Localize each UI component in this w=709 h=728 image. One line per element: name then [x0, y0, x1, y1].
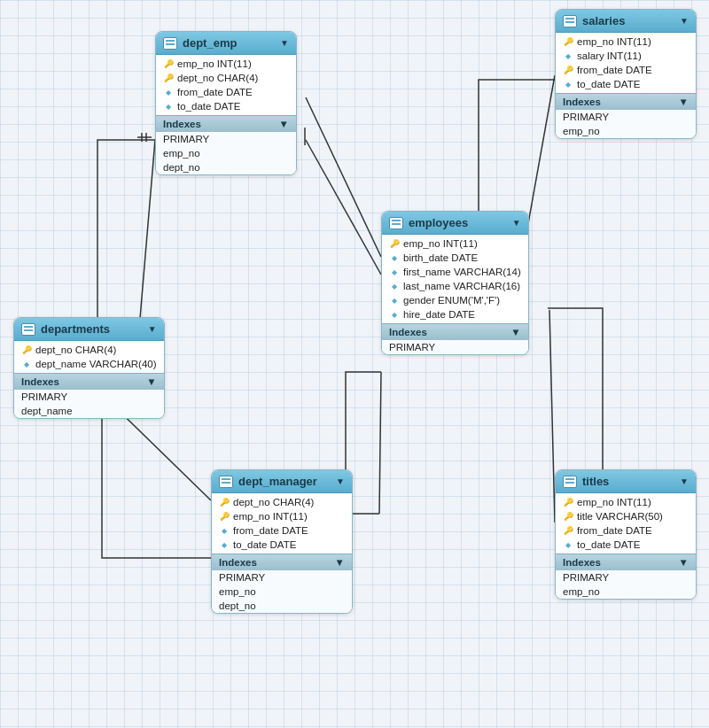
- field-text: to_date DATE: [577, 79, 640, 89]
- field-text: to_date DATE: [577, 539, 640, 550]
- dropdown-arrow[interactable]: ▼: [680, 16, 689, 26]
- table-title: dept_emp: [183, 36, 237, 50]
- table-header-dept_emp[interactable]: dept_emp ▼: [156, 32, 296, 55]
- indexes-label: Indexes: [163, 119, 201, 129]
- field-row: ◆dept_name VARCHAR(40): [14, 357, 164, 371]
- key-icon: 🔑: [563, 511, 573, 522]
- field-row: 🔑title VARCHAR(50): [556, 509, 696, 523]
- table-header-titles[interactable]: titles ▼: [556, 470, 696, 493]
- index-row: dept_no: [212, 599, 352, 613]
- table-header-departments[interactable]: departments ▼: [14, 318, 164, 341]
- table-fields-dept_emp: 🔑emp_no INT(11)🔑dept_no CHAR(4)◆from_dat…: [156, 55, 296, 115]
- index-row: emp_no: [156, 146, 296, 160]
- field-row: 🔑emp_no INT(11): [382, 236, 528, 251]
- index-row: PRIMARY: [556, 570, 696, 585]
- field-row: ◆gender ENUM('M','F'): [382, 293, 528, 307]
- index-row: PRIMARY: [212, 570, 352, 585]
- table-fields-titles: 🔑emp_no INT(11)🔑title VARCHAR(50)🔑from_d…: [556, 493, 696, 554]
- indexes-label: Indexes: [389, 327, 427, 337]
- field-text: dept_name VARCHAR(40): [35, 359, 157, 369]
- fk-icon: 🔑: [163, 58, 174, 69]
- table-dept_emp: dept_emp ▼ 🔑emp_no INT(11)🔑dept_no CHAR(…: [155, 31, 297, 175]
- indexes-header-titles[interactable]: Indexes ▼: [556, 554, 696, 570]
- diamond-icon: ◆: [389, 267, 400, 277]
- dropdown-arrow[interactable]: ▼: [280, 38, 289, 48]
- table-fields-salaries: 🔑emp_no INT(11)◆salary INT(11)🔑from_date…: [556, 33, 696, 93]
- table-salaries: salaries ▼ 🔑emp_no INT(11)◆salary INT(11…: [555, 9, 697, 139]
- table-icon: [21, 323, 35, 336]
- field-row: 🔑emp_no INT(11): [156, 57, 296, 71]
- table-title: dept_manager: [238, 475, 317, 488]
- key-icon: 🔑: [21, 345, 32, 355]
- field-text: emp_no INT(11): [403, 238, 478, 249]
- indexes-label: Indexes: [219, 557, 257, 568]
- svg-line-1: [306, 140, 381, 275]
- key-icon: 🔑: [389, 238, 400, 249]
- index-row: PRIMARY: [382, 340, 528, 354]
- fk-icon: 🔑: [563, 36, 573, 47]
- index-row: dept_name: [14, 404, 164, 418]
- key-icon: 🔑: [563, 65, 573, 75]
- field-text: salary INT(11): [577, 50, 642, 61]
- key-icon: 🔑: [563, 525, 573, 536]
- index-row: PRIMARY: [556, 110, 696, 124]
- field-row: 🔑emp_no INT(11): [556, 495, 696, 509]
- indexes-label: Indexes: [21, 376, 59, 387]
- fk-icon: 🔑: [219, 511, 230, 522]
- diamond-icon: ◆: [563, 50, 573, 61]
- dropdown-arrow[interactable]: ▼: [512, 218, 521, 228]
- diamond-icon: ◆: [219, 539, 230, 550]
- indexes-header-dept_manager[interactable]: Indexes ▼: [212, 554, 352, 570]
- table-icon: [163, 37, 177, 50]
- indexes-header-employees[interactable]: Indexes ▼: [382, 323, 528, 340]
- table-header-dept_manager[interactable]: dept_manager ▼: [212, 470, 352, 493]
- indexes-label: Indexes: [563, 97, 601, 107]
- diamond-icon: ◆: [163, 101, 174, 112]
- indexes-dropdown[interactable]: ▼: [279, 119, 289, 129]
- diamond-icon: ◆: [563, 539, 573, 550]
- table-title: employees: [409, 216, 468, 229]
- dropdown-arrow[interactable]: ▼: [148, 324, 157, 334]
- table-fields-departments: 🔑dept_no CHAR(4)◆dept_name VARCHAR(40): [14, 341, 164, 373]
- table-header-employees[interactable]: employees ▼: [382, 212, 528, 235]
- field-row: 🔑dept_no CHAR(4): [14, 343, 164, 357]
- field-text: emp_no INT(11): [577, 497, 651, 507]
- field-row: 🔑emp_no INT(11): [556, 35, 696, 49]
- field-text: emp_no INT(11): [577, 36, 651, 47]
- table-departments: departments ▼ 🔑dept_no CHAR(4)◆dept_name…: [13, 317, 165, 419]
- indexes-dropdown[interactable]: ▼: [679, 557, 689, 568]
- field-row: 🔑from_date DATE: [556, 523, 696, 538]
- indexes-dropdown[interactable]: ▼: [679, 97, 689, 107]
- fk-icon: 🔑: [219, 497, 230, 507]
- index-row: PRIMARY: [156, 132, 296, 146]
- field-text: dept_no CHAR(4): [35, 345, 116, 355]
- svg-line-6: [379, 372, 381, 514]
- field-text: from_date DATE: [577, 65, 652, 75]
- indexes-dropdown[interactable]: ▼: [146, 376, 156, 387]
- dropdown-arrow[interactable]: ▼: [336, 476, 345, 486]
- index-row: emp_no: [556, 124, 696, 138]
- table-employees: employees ▼ 🔑emp_no INT(11)◆birth_date D…: [381, 211, 529, 355]
- field-text: dept_no CHAR(4): [177, 73, 258, 83]
- field-text: from_date DATE: [177, 87, 253, 97]
- indexes-header-salaries[interactable]: Indexes ▼: [556, 93, 696, 110]
- field-text: gender ENUM('M','F'): [403, 295, 500, 306]
- indexes-header-departments[interactable]: Indexes ▼: [14, 373, 164, 390]
- diamond-icon: ◆: [389, 309, 400, 320]
- indexes-dropdown[interactable]: ▼: [335, 557, 345, 568]
- field-row: ◆from_date DATE: [212, 523, 352, 538]
- index-row: PRIMARY: [14, 390, 164, 404]
- svg-line-0: [306, 97, 381, 257]
- table-titles: titles ▼ 🔑emp_no INT(11)🔑title VARCHAR(5…: [555, 469, 697, 600]
- table-header-salaries[interactable]: salaries ▼: [556, 10, 696, 33]
- fk-icon: 🔑: [563, 497, 573, 507]
- field-row: ◆birth_date DATE: [382, 251, 528, 265]
- dropdown-arrow[interactable]: ▼: [680, 476, 689, 486]
- table-icon: [389, 217, 403, 229]
- diamond-icon: ◆: [389, 281, 400, 291]
- table-icon: [563, 476, 577, 488]
- indexes-dropdown[interactable]: ▼: [510, 327, 520, 337]
- diamond-icon: ◆: [21, 359, 32, 369]
- field-row: ◆to_date DATE: [212, 538, 352, 552]
- indexes-header-dept_emp[interactable]: Indexes ▼: [156, 115, 296, 132]
